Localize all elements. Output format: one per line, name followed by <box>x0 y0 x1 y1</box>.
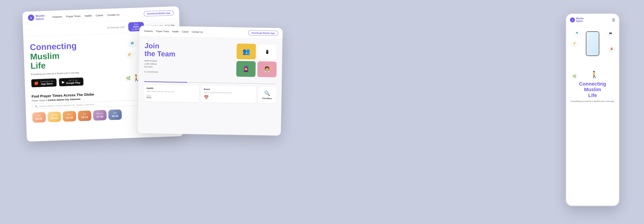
apple-icon: 🍎 <box>34 81 39 85</box>
search-icon: 🔍 <box>35 105 38 107</box>
mobile-title-connecting: Connecting <box>579 81 606 87</box>
nav-career[interactable]: Career <box>96 14 103 17</box>
logo-text: Muslim Xplore <box>36 14 45 21</box>
nav2-prayer-times[interactable]: Prayer Times <box>156 30 169 33</box>
nav2-hadith[interactable]: Hadith <box>172 30 179 33</box>
screen2-subtitle: about mosque u with millions the world. <box>144 59 232 70</box>
mobile-logo: ● Muslim Xplore <box>570 17 584 23</box>
play-icon: ▶ <box>62 80 65 84</box>
hijri-date: 26 Shawwal 1444 <box>107 26 125 29</box>
mobile-float-1: 🗺️ <box>574 31 580 35</box>
store1-name: App Store <box>40 82 54 85</box>
mobile-phone-screen <box>586 32 599 56</box>
mobile-float-3: 🧭 <box>572 41 577 45</box>
contributor-cards: Hadith Add a hadith that does not exist … <box>144 85 276 103</box>
nav-links-2: Features Prayer Times Hadith Career Cont… <box>144 30 203 33</box>
float-icon-1: 🗺️ <box>129 40 136 46</box>
contributor-section: Hadith Add a hadith that does not exist … <box>138 78 282 106</box>
now-label: Now <box>131 23 141 26</box>
mobile-hero-title: Connecting Muslim Life <box>570 81 615 98</box>
google-play-btn[interactable]: ▶ GET IT ON Google Play <box>59 77 84 86</box>
logo-icon: ● <box>28 15 34 21</box>
nav2-features[interactable]: Features <box>144 30 153 33</box>
prayer-card-isha: Isha 18.52 <box>108 109 122 120</box>
event-icon: 📅 <box>204 95 253 101</box>
mobile-person-illustration: 🚶 <box>590 71 598 78</box>
event-card-subtitle: Add an event that does not exist yet <box>204 91 253 94</box>
mobile-navbar: ● Muslim Xplore ☰ <box>566 14 619 26</box>
team-card-2: 📱 <box>258 44 277 60</box>
plant-icon: 🌿 <box>126 76 131 81</box>
team-card-4: 🧑‍💼 <box>257 61 276 77</box>
title-life: Life <box>30 61 46 71</box>
title-muslim: Muslim <box>30 51 60 61</box>
find-more-label: Find More <box>262 97 272 100</box>
mobile-plant: 🌿 <box>572 74 577 78</box>
screen2-hero: Jointhe Team about mosque u with million… <box>139 36 282 81</box>
app-store-btn[interactable]: 🍎 Download on the App Store <box>31 78 57 87</box>
progress-indicators <box>144 81 276 84</box>
nav-features[interactable]: Features <box>52 16 62 19</box>
screen2-hero-text: Jointhe Team about mosque u with million… <box>144 42 232 77</box>
prayer-card-mahreb: Mahreb 17:43 <box>93 110 107 121</box>
hero-subtitle: Everything you need as a Muslim just in … <box>31 70 121 75</box>
find-more-card[interactable]: 🔍 Find More <box>258 87 276 103</box>
mobile-float-2: 📷 <box>608 31 613 35</box>
screen2-title: Jointhe Team <box>144 42 232 59</box>
title-connecting: Connecting <box>30 41 77 52</box>
nav2-contact[interactable]: Contact Us <box>192 31 203 33</box>
mobile-logo-text: Muslim Xplore <box>576 17 584 23</box>
find-more-icon: 🔍 <box>264 90 270 96</box>
team-illustration-3: 🧕 <box>242 66 249 72</box>
mobile-hero-subtitle: Everything you need as a Muslim just in … <box>570 100 615 103</box>
hero-title: Connecting Muslim Life <box>30 40 121 71</box>
mobile-hero: 🗺️ 📷 🧭 📮 🚶 🌿 Connecting Muslim Life Ever… <box>566 26 619 104</box>
desktop-screen-2: Features Prayer Times Hadith Career Cont… <box>138 26 283 136</box>
download-btn-1[interactable]: Download Mobile App <box>144 10 174 17</box>
hadith-icon: 📖 <box>146 94 196 100</box>
screen2-team-grid: 👥 📱 🧕 🧑‍💼 <box>236 43 277 77</box>
team-illustration-2: 📱 <box>265 50 270 54</box>
logo-area: ● Muslim Xplore <box>28 14 45 21</box>
hadith-card: Hadith Add a hadith that does not exist … <box>144 85 199 102</box>
nav-hadith[interactable]: Hadith <box>84 14 92 17</box>
hamburger-menu[interactable]: ☰ <box>612 18 615 22</box>
contributor-label: e Contributor <box>144 70 232 75</box>
store2-name: Google Play <box>66 81 80 84</box>
nav-prayer-times[interactable]: Prayer Times <box>66 15 81 18</box>
mobile-title-muslim: Muslim <box>584 87 601 92</box>
hadith-card-title: Hadith <box>146 87 196 90</box>
team-illustration-1: 👥 <box>242 48 250 55</box>
progress-1 <box>144 81 188 83</box>
prayer-card-fajr: Fajr 04:41 <box>32 112 46 123</box>
event-card: Event Add an event that does not exist y… <box>201 86 256 103</box>
progress-3 <box>233 83 276 84</box>
float-icon-3: 🧭 <box>126 52 133 57</box>
event-card-title: Event <box>204 88 253 91</box>
progress-2 <box>188 82 232 83</box>
mobile-logo-icon: ● <box>570 18 575 22</box>
mobile-phone-area: 🗺️ 📷 🧭 📮 🚶 🌿 <box>570 29 615 78</box>
prayer-card-asr: Asr 15:11 <box>78 110 92 121</box>
prayer-card-sunrise: Sunrise 05:54 <box>48 111 61 122</box>
store-buttons: 🍎 Download on the App Store ▶ GET IT ON … <box>31 76 122 87</box>
nav-contact[interactable]: Contact Us <box>107 14 120 17</box>
hero-text: Connecting Muslim Life Everything you ne… <box>30 40 122 87</box>
mobile-screen: ● Muslim Xplore ☰ 🗺️ 📷 🧭 📮 🚶 🌿 Connectin… <box>566 14 620 206</box>
mobile-phone-illustration <box>586 31 599 56</box>
download-btn-2[interactable]: Download Mobile App <box>248 30 278 36</box>
team-card-1: 👥 <box>236 43 256 59</box>
mobile-title-life: Life <box>588 92 597 98</box>
nav-links-1: Features Prayer Times Hadith Career Cont… <box>52 13 138 18</box>
nav2-career[interactable]: Career <box>182 31 189 33</box>
prayer-card-dohr: Dohr 11:49 <box>62 111 76 122</box>
prayer-location: Prayer Times in Central Jakarta City, In… <box>32 98 80 102</box>
hadith-card-subtitle: Add a hadith that does not exist yet <box>146 90 196 93</box>
mobile-float-4: 📮 <box>609 47 614 51</box>
search-placeholder: Central Jakarta, Central Jakarta City, J… <box>39 103 94 108</box>
team-illustration-4: 🧑‍💼 <box>264 66 270 73</box>
team-card-3: 🧕 <box>236 61 256 77</box>
